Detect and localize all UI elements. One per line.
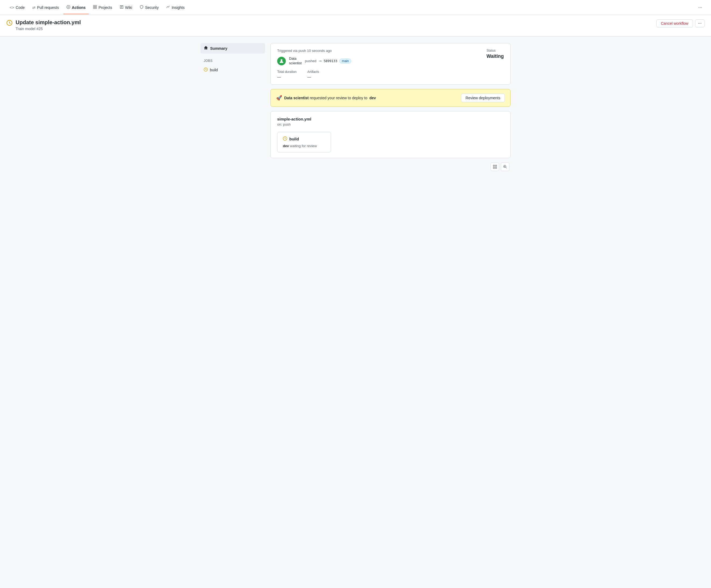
main-layout: Summary Jobs build Triggered via push 10… — [194, 37, 517, 178]
top-navigation: <> Code ⇄ Pull requests Actions Projects… — [0, 0, 711, 15]
sidebar-summary[interactable]: Summary — [200, 43, 265, 53]
svg-line-15 — [506, 167, 507, 168]
cancel-workflow-button[interactable]: Cancel workflow — [656, 19, 693, 27]
workflow-status-icon — [6, 20, 13, 27]
security-icon — [140, 5, 144, 10]
svg-marker-1 — [68, 6, 69, 7]
actions-icon — [66, 5, 70, 10]
svg-rect-2 — [93, 5, 95, 7]
header-left: Update simple-action.yml Train model #25 — [6, 19, 81, 31]
header-text: Update simple-action.yml Train model #25 — [16, 19, 81, 31]
wiki-icon — [120, 5, 124, 10]
svg-rect-5 — [95, 7, 96, 8]
nav-pull-requests[interactable]: ⇄ Pull requests — [29, 3, 62, 12]
nav-code[interactable]: <> Code — [6, 3, 28, 12]
nav-projects[interactable]: Projects — [90, 3, 115, 12]
trigger-card: Triggered via push 10 seconds ago Datasc… — [271, 43, 511, 85]
header-more-button[interactable]: ··· — [695, 19, 705, 27]
artifacts-group: Artifacts — — [307, 70, 319, 79]
job-card-status-text: dev waiting for review — [283, 144, 325, 148]
workflow-filename: simple-action.yml — [277, 117, 504, 121]
svg-rect-13 — [495, 167, 497, 168]
rocket-icon: 🚀 — [276, 95, 282, 101]
svg-rect-12 — [493, 167, 494, 168]
jobs-section-label: Jobs — [200, 58, 265, 64]
page-header: Update simple-action.yml Train model #25… — [0, 15, 711, 37]
build-job-icon — [204, 68, 208, 72]
zoom-in-button[interactable] — [501, 162, 510, 171]
nav-insights[interactable]: Insights — [163, 3, 188, 12]
code-icon: <> — [10, 5, 14, 10]
svg-point-8 — [281, 59, 283, 61]
trigger-meta: Total duration — Artifacts — — [277, 70, 351, 79]
job-card-build[interactable]: build dev waiting for review — [277, 132, 331, 153]
job-card-header: build — [283, 136, 325, 142]
trigger-left: Triggered via push 10 seconds ago Datasc… — [277, 49, 351, 79]
nav-more-button[interactable]: ··· — [696, 3, 705, 12]
bottom-controls — [271, 162, 511, 171]
duration-group: Total duration — — [277, 70, 297, 79]
commit-icon: ⊸ — [319, 59, 322, 63]
avatar — [277, 57, 286, 65]
page-subtitle: Train model #25 — [16, 27, 81, 31]
push-info: pushed ⊸ 5899133 main — [305, 59, 351, 64]
workflow-card: simple-action.yml on: push build dev wai… — [271, 111, 511, 158]
svg-rect-11 — [495, 165, 497, 166]
pull-requests-icon: ⇄ — [32, 5, 36, 10]
status-section: Status Waiting — [487, 49, 504, 79]
trigger-main-row: Triggered via push 10 seconds ago Datasc… — [277, 49, 504, 79]
nav-actions[interactable]: Actions — [63, 3, 89, 12]
fit-to-view-button[interactable] — [491, 162, 499, 171]
branch-badge: main — [339, 59, 351, 64]
review-text: 🚀 Data scientist requested your review t… — [276, 95, 376, 101]
sidebar: Summary Jobs build — [200, 43, 265, 171]
svg-rect-10 — [493, 165, 494, 166]
review-banner: 🚀 Data scientist requested your review t… — [271, 89, 511, 107]
actor-name: Datascientist — [289, 56, 302, 66]
svg-rect-4 — [93, 7, 95, 8]
trigger-actor-row: Datascientist pushed ⊸ 5899133 main — [277, 56, 351, 66]
sidebar-job-build[interactable]: build — [200, 65, 265, 74]
triggered-text: Triggered via push 10 seconds ago — [277, 49, 351, 53]
main-content: Triggered via push 10 seconds ago Datasc… — [271, 43, 511, 171]
commit-hash: 5899133 — [324, 59, 338, 63]
header-actions: Cancel workflow ··· — [656, 19, 705, 27]
svg-rect-3 — [95, 5, 96, 7]
nav-wiki[interactable]: Wiki — [116, 3, 135, 12]
review-deployments-button[interactable]: Review deployments — [461, 94, 505, 102]
nav-security[interactable]: Security — [136, 3, 162, 12]
home-icon — [204, 46, 208, 51]
workflow-trigger: on: push — [277, 122, 504, 127]
page-title: Update simple-action.yml — [16, 19, 81, 26]
job-card-status-icon — [283, 136, 287, 142]
projects-icon — [93, 5, 97, 10]
insights-icon — [166, 5, 170, 10]
